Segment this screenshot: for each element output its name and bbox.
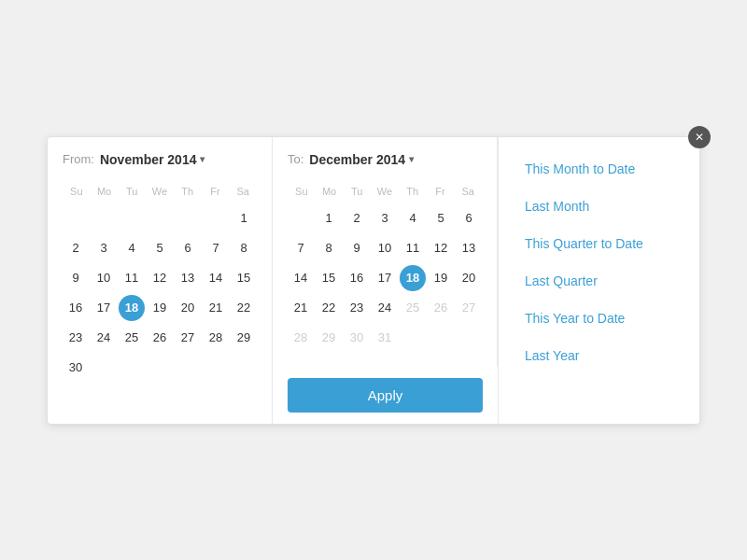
shortcut-last-month[interactable]: Last Month	[514, 189, 684, 223]
from-day-27[interactable]: 27	[175, 325, 201, 351]
from-day-12[interactable]: 12	[147, 265, 173, 291]
to-day-15[interactable]: 15	[316, 265, 342, 291]
to-day-16[interactable]: 16	[344, 265, 370, 291]
from-day-13[interactable]: 13	[175, 265, 201, 291]
from-day-26[interactable]: 26	[147, 325, 173, 351]
to-day-8[interactable]: 8	[316, 235, 342, 261]
to-day-12[interactable]: 12	[428, 235, 454, 261]
day-header-sa: Sa	[229, 182, 257, 201]
empty-cell	[91, 355, 117, 381]
to-day-7[interactable]: 7	[288, 235, 314, 261]
to-day-19[interactable]: 19	[428, 265, 454, 291]
to-day-headers: Su Mo Tu We Th Fr Sa	[288, 182, 482, 201]
from-day-10[interactable]: 10	[91, 265, 117, 291]
to-day-31[interactable]: 31	[372, 325, 398, 351]
from-month-select[interactable]: November 2014 ▾	[100, 152, 205, 167]
day-header-mo: Mo	[91, 182, 119, 201]
from-day-14[interactable]: 14	[203, 265, 229, 291]
to-day-30[interactable]: 30	[344, 325, 370, 351]
from-day-25[interactable]: 25	[119, 325, 145, 351]
chevron-down-icon: ▾	[409, 154, 414, 164]
from-calendar: From: November 2014 ▾ Su Mo Tu We Th Fr …	[48, 137, 273, 424]
from-day-23[interactable]: 23	[63, 325, 89, 351]
from-day-18[interactable]: 18	[119, 295, 145, 321]
from-day-28[interactable]: 28	[203, 325, 229, 351]
from-day-6[interactable]: 6	[175, 235, 201, 261]
from-day-15[interactable]: 15	[231, 265, 257, 291]
empty-cell	[400, 325, 426, 351]
empty-cell	[119, 205, 145, 231]
from-day-3[interactable]: 3	[91, 235, 117, 261]
to-day-23[interactable]: 23	[344, 295, 370, 321]
close-button[interactable]: ✕	[688, 126, 711, 148]
to-day-13[interactable]: 13	[456, 235, 482, 261]
to-label: To:	[288, 152, 303, 166]
to-day-1[interactable]: 1	[316, 205, 342, 231]
shortcuts-section: This Month to DateLast MonthThis Quarter…	[499, 137, 699, 424]
day-header-tu: Tu	[118, 182, 146, 201]
to-day-20[interactable]: 20	[456, 265, 482, 291]
to-day-14[interactable]: 14	[288, 265, 314, 291]
to-day-4[interactable]: 4	[400, 205, 426, 231]
to-day-28[interactable]: 28	[288, 325, 314, 351]
to-day-11[interactable]: 11	[400, 235, 426, 261]
from-day-9[interactable]: 9	[63, 265, 89, 291]
to-day-29[interactable]: 29	[316, 325, 342, 351]
to-day-2[interactable]: 2	[344, 205, 370, 231]
to-day-10[interactable]: 10	[372, 235, 398, 261]
apply-button[interactable]: Apply	[288, 378, 483, 413]
to-calendar: To: December 2014 ▾ Su Mo Tu We Th Fr Sa…	[273, 137, 498, 367]
to-day-27[interactable]: 27	[456, 295, 482, 321]
to-day-3[interactable]: 3	[372, 205, 398, 231]
empty-cell	[63, 205, 89, 231]
empty-cell	[456, 325, 482, 351]
to-calendar-header: To: December 2014 ▾	[288, 152, 482, 167]
from-calendar-grid: Su Mo Tu We Th Fr Sa 1234567891011121314…	[63, 182, 257, 382]
from-day-2[interactable]: 2	[63, 235, 89, 261]
to-day-24[interactable]: 24	[372, 295, 398, 321]
to-day-21[interactable]: 21	[288, 295, 314, 321]
from-day-8[interactable]: 8	[231, 235, 257, 261]
from-label: From:	[63, 152, 94, 166]
day-header-we: We	[146, 182, 174, 201]
from-day-5[interactable]: 5	[147, 235, 173, 261]
to-days-grid: 1234567891011121314151617181920212223242…	[288, 204, 482, 352]
day-header-th: Th	[174, 182, 202, 201]
shortcut-this-quarter-to-date[interactable]: This Quarter to Date	[514, 227, 684, 260]
to-calendar-grid: Su Mo Tu We Th Fr Sa 1234567891011121314…	[288, 182, 482, 352]
from-day-22[interactable]: 22	[231, 295, 257, 321]
from-day-7[interactable]: 7	[203, 235, 229, 261]
from-days-grid: 1234567891011121314151617181920212223242…	[63, 204, 257, 382]
empty-cell	[203, 205, 229, 231]
to-day-18[interactable]: 18	[400, 265, 426, 291]
from-calendar-header: From: November 2014 ▾	[63, 152, 257, 167]
to-day-9[interactable]: 9	[344, 235, 370, 261]
from-day-17[interactable]: 17	[91, 295, 117, 321]
to-day-22[interactable]: 22	[316, 295, 342, 321]
empty-cell	[175, 355, 201, 381]
shortcut-last-year[interactable]: Last Year	[514, 339, 684, 372]
from-day-16[interactable]: 16	[63, 295, 89, 321]
to-day-17[interactable]: 17	[372, 265, 398, 291]
to-day-26[interactable]: 26	[428, 295, 454, 321]
shortcut-last-quarter[interactable]: Last Quarter	[514, 264, 684, 298]
from-day-21[interactable]: 21	[203, 295, 229, 321]
from-day-4[interactable]: 4	[119, 235, 145, 261]
from-day-20[interactable]: 20	[175, 295, 201, 321]
from-day-19[interactable]: 19	[147, 295, 173, 321]
from-day-30[interactable]: 30	[63, 355, 89, 381]
to-day-5[interactable]: 5	[428, 205, 454, 231]
from-day-29[interactable]: 29	[231, 325, 257, 351]
from-day-1[interactable]: 1	[231, 205, 257, 231]
empty-cell	[147, 355, 173, 381]
to-month-select[interactable]: December 2014 ▾	[309, 152, 414, 167]
from-day-11[interactable]: 11	[119, 265, 145, 291]
to-calendar-section: To: December 2014 ▾ Su Mo Tu We Th Fr Sa…	[273, 137, 499, 424]
day-header-fr: Fr	[202, 182, 230, 201]
to-day-25[interactable]: 25	[400, 295, 426, 321]
to-day-6[interactable]: 6	[456, 205, 482, 231]
shortcut-this-year-to-date[interactable]: This Year to Date	[514, 301, 684, 335]
from-day-24[interactable]: 24	[91, 325, 117, 351]
shortcut-this-month-to-date[interactable]: This Month to Date	[514, 152, 684, 186]
close-icon: ✕	[695, 131, 704, 144]
